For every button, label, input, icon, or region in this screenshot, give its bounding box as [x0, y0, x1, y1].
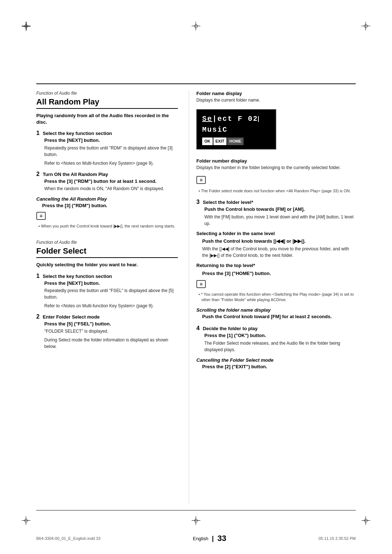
same-level-section: Selecting a folder in the same level Pus…	[196, 230, 356, 259]
right-step-3-body: With the [FM] button, you move 1 level d…	[196, 214, 356, 227]
folder-number-display-label: Folder number display	[196, 158, 356, 164]
step-2-body: When the random mode is ON, "All Random …	[36, 185, 178, 192]
lcd-line2: MusiC	[202, 124, 270, 135]
folder-step-2-body2: During Select mode the folder informatio…	[36, 337, 178, 350]
section-all-random-play: Function of Audio file All Random Play P…	[36, 91, 178, 229]
step-1-body1: Repeatedly press the button until "RDM" …	[36, 145, 178, 158]
lcd-line1: Se|ect F 02	[202, 114, 270, 124]
top-level-heading2: Press the [3] ("HOME") button.	[196, 270, 356, 277]
page-number-bar: English | 33	[193, 534, 226, 543]
reg-mark-bc	[192, 516, 200, 525]
top-level-heading: Returning to the top level*	[196, 262, 356, 269]
right-step-3-heading2: Push the Control knob towards [FM] or [A…	[196, 206, 356, 213]
folder-step-2-body1: "FOLDER SELECT" is displayed.	[36, 328, 178, 335]
cancel-folder-italic-heading: Cancelling the Folder Select mode	[196, 357, 356, 363]
note-icon-2: ≡	[196, 176, 206, 184]
cancel-folder-heading: Press the [2] ("EXIT") button.	[196, 364, 356, 370]
folder-step-1: 1 Select the key function section Press …	[36, 273, 178, 309]
footer: B64-3304-00_01_E_English.indd 33 English…	[36, 534, 356, 543]
section-folder-select: Function of Audio file Folder Select Qui…	[36, 240, 178, 350]
cancel-all-random: Cancelling the All Random Play Press the…	[36, 196, 178, 229]
section-title-2: Folder Select	[36, 246, 178, 258]
same-level-heading2: Push the Control knob towards [|◀◀] or […	[196, 238, 356, 245]
function-label-1: Function of Audio file	[36, 91, 178, 96]
scroll-section: Scrolling the folder name display Push t…	[196, 307, 356, 320]
reg-mark-tl	[22, 22, 30, 30]
right-step-4: 4 Decide the folder to play Press the [1…	[196, 325, 356, 353]
folder-step-1-body2: Refer to <Notes on Multi-function Key Sy…	[36, 303, 178, 309]
folder-step-1-number: 1 Select the key function section	[36, 273, 178, 279]
folder-step-1-heading2: Press the [NEXT] button.	[36, 280, 178, 287]
folder-step-1-body1: Repeatedly press the button until "FSEL"…	[36, 287, 178, 300]
step-1-all-random: 1 Select the key function section Press …	[36, 130, 178, 166]
right-step-4-heading2: Press the [1] ("OK") button.	[196, 332, 356, 339]
cancel-heading2: Press the [3] ("RDM") button.	[36, 202, 178, 209]
step-2-number: 2 Turn ON the All Random Play	[36, 171, 178, 177]
scroll-heading: Push the Control knob toward [FM] for at…	[196, 313, 356, 320]
reg-mark-br	[362, 516, 370, 525]
same-level-heading: Selecting a folder in the same level	[196, 230, 356, 237]
cancel-folder-section: Cancelling the Folder Select mode Press …	[196, 357, 356, 370]
lcd-line3: OK EXIT HOME	[202, 138, 270, 145]
reg-mark-bl	[22, 516, 30, 525]
section-title-1: All Random Play	[36, 97, 178, 109]
lcd-btn-home: HOME	[227, 138, 244, 145]
scroll-italic-heading: Scrolling the folder name display	[196, 307, 356, 313]
right-step-4-body: The Folder Select mode releases, and the…	[196, 340, 356, 353]
page-number: 33	[217, 534, 226, 543]
lcd-display: Se|ect F 02 MusiC OK EXIT HOME	[196, 109, 276, 149]
folder-step-2-heading2: Press the [5] ("FSEL") button.	[36, 321, 178, 327]
right-column: Folder name display Displays the current…	[189, 91, 356, 503]
step-1-heading2: Press the [NEXT] button.	[36, 137, 178, 144]
step-2-heading2: Press the [3] ("RDM") button for at leas…	[36, 178, 178, 185]
reg-mark-tc	[192, 22, 200, 30]
lcd-btn-ok: OK	[202, 138, 213, 145]
top-border	[36, 83, 356, 84]
folder-name-display-label: Folder name display	[196, 91, 356, 96]
folder-step-2-number: 2 Enter Folder Select mode	[36, 313, 178, 320]
page: Function of Audio file All Random Play P…	[0, 0, 392, 554]
step-2-all-random: 2 Turn ON the All Random Play Press the …	[36, 171, 178, 192]
cancel-note-bullet: When you push the Control knob toward [▶…	[36, 223, 178, 229]
section-subtitle-2: Quickly selecting the folder you want to…	[36, 262, 178, 268]
function-label-2: Function of Audio file	[36, 240, 178, 245]
bottom-border	[36, 510, 356, 510]
cancel-heading: Cancelling the All Random Play	[36, 196, 178, 202]
note-icon-1: ≡	[36, 212, 46, 220]
step-1-body2: Refer to <Notes on Multi-function Key Sy…	[36, 160, 178, 167]
content-area: Function of Audio file All Random Play P…	[36, 91, 356, 503]
folder-number-display-body: Displays the number in the folder belong…	[196, 164, 356, 171]
top-level-section: Returning to the top level* Press the [3…	[196, 262, 356, 303]
reg-mark-tr	[362, 22, 370, 30]
right-step-3: 3 Select the folder level* Push the Cont…	[196, 199, 356, 227]
step-1-number: 1 Select the key function section	[36, 130, 178, 136]
section-subtitle-1: Playing randomly from all of the Audio f…	[36, 112, 178, 126]
right-step-3-num: 3 Select the folder level*	[196, 199, 356, 205]
top-level-note: * You cannot operate this function when …	[196, 292, 356, 303]
note-icon-3: ≡	[196, 280, 206, 288]
right-note-bullet: The Folder select mode does not function…	[196, 188, 356, 194]
left-column: Function of Audio file All Random Play P…	[36, 91, 189, 503]
same-level-body: With the [|◀◀] of the Control knob, you …	[196, 246, 356, 259]
english-label: English	[193, 536, 208, 541]
folder-name-display-body: Displays the current folder name.	[196, 97, 356, 103]
file-reference: B64-3304-00_01_E_English.indd 33	[36, 536, 101, 541]
lcd-btn-exit: EXIT	[213, 138, 226, 145]
timestamp: 05.11.15 2:35:52 PM	[319, 536, 356, 541]
right-step-4-num: 4 Decide the folder to play	[196, 325, 356, 332]
folder-step-2: 2 Enter Folder Select mode Press the [5]…	[36, 313, 178, 350]
